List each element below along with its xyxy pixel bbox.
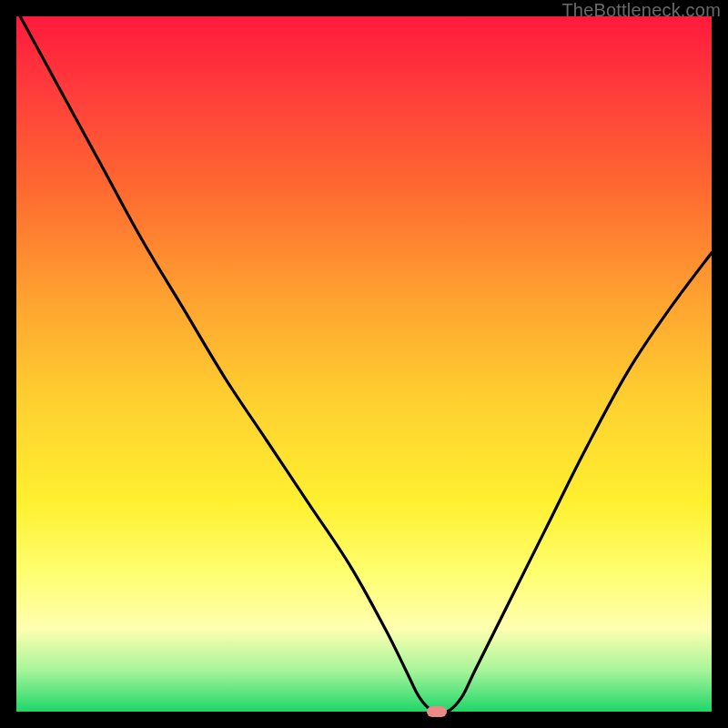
chart-frame: TheBottleneck.com xyxy=(0,0,728,728)
watermark-text: TheBottleneck.com xyxy=(561,0,721,21)
plot-area xyxy=(16,16,712,712)
optimal-point-marker xyxy=(427,706,447,717)
bottleneck-curve xyxy=(16,16,712,712)
